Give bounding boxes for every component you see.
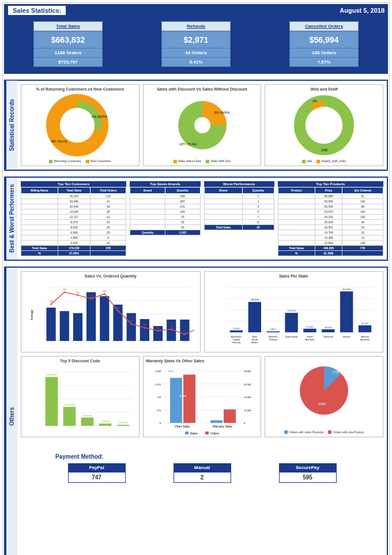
svg-rect-24 <box>140 319 149 341</box>
svg-point-48 <box>184 333 186 335</box>
svg-rect-79 <box>359 325 371 332</box>
donut-chart-2: 355 (24.8%) 1077 (75.2%) <box>165 93 240 157</box>
pie-chart-orders: 178 1254 <box>269 359 379 428</box>
svg-text:355 (24.8%): 355 (24.8%) <box>214 111 230 114</box>
svg-rect-91 <box>81 417 93 425</box>
svg-text:NewSouthWales: NewSouthWales <box>252 335 258 344</box>
svg-text:8,250.00: 8,250.00 <box>83 414 92 417</box>
svg-point-9 <box>306 107 342 144</box>
svg-text:178: 178 <box>333 370 339 374</box>
svg-rect-95 <box>116 425 129 426</box>
svg-text:47: 47 <box>170 325 173 328</box>
svg-text:170: 170 <box>89 294 93 297</box>
chart-returning-vs-new: % of Returning Customers vs New Customer… <box>21 84 140 166</box>
svg-text:53: 53 <box>143 324 146 327</box>
svg-text:SouthAustralia: SouthAustralia <box>306 335 315 341</box>
section-performers: Best & Worst Performers Top Ten Customer… <box>4 177 388 261</box>
bar-line-chart: 148196184170189122695341472750Average <box>27 280 194 350</box>
chart-web-draft: Web and Draft 151 1398 web shopify_draft… <box>265 84 383 166</box>
svg-text:1,000.00: 1,000.00 <box>119 421 128 424</box>
svg-rect-67 <box>285 313 298 332</box>
svg-text:AustralianCapitalTerritory: AustralianCapitalTerritory <box>231 335 242 344</box>
svg-text:587 (73.1%): 587 (73.1%) <box>51 140 67 143</box>
svg-text:37,500: 37,500 <box>244 382 251 385</box>
report-date: August 5, 2018 <box>340 7 385 14</box>
chart-warranty-vs-other: Warranty Sales Vs Other Sales 1,50050,00… <box>143 356 262 437</box>
chart-sales-vs-qty: Sales Vs. Ordered Quantity 1481961841701… <box>21 271 201 352</box>
svg-point-40 <box>130 322 132 324</box>
svg-point-5 <box>194 117 210 133</box>
svg-text:Queensland: Queensland <box>285 335 298 338</box>
table-top-brands: Top Seven Brands BrandQuantity3882872411… <box>130 181 200 256</box>
payment-securepay: SecurePay 595 <box>279 463 337 483</box>
svg-rect-64 <box>267 331 280 332</box>
svg-text:19,000.00: 19,000.00 <box>64 403 75 406</box>
svg-text:0: 0 <box>159 422 161 425</box>
table-worst-performance: Worst Performance BrandQuantity113578Tot… <box>204 181 274 256</box>
svg-rect-122 <box>205 432 209 434</box>
svg-text:1383: 1383 <box>168 370 174 373</box>
svg-text:251,865: 251,865 <box>342 288 351 291</box>
svg-text:46,369: 46,369 <box>179 395 187 397</box>
chart-discount-vs-no: Sales with Discount Vs Sales Without Dis… <box>143 84 262 166</box>
svg-text:69: 69 <box>130 320 133 322</box>
svg-text:Warranty Sales: Warranty Sales <box>213 425 232 428</box>
svg-text:1254: 1254 <box>318 402 326 406</box>
svg-text:1,500: 1,500 <box>154 370 161 373</box>
svg-text:11,947: 11,947 <box>233 327 240 329</box>
svg-text:27: 27 <box>183 330 186 333</box>
svg-point-30 <box>63 291 65 293</box>
svg-text:0: 0 <box>244 422 246 425</box>
stat-total-sales: Total Sales $663,832 1169 Orders $723,79… <box>33 21 103 67</box>
svg-text:22,264: 22,264 <box>307 325 314 328</box>
svg-text:2,200.00: 2,200.00 <box>101 420 110 423</box>
svg-rect-70 <box>304 328 316 332</box>
chart-sales-per-state: Sales Per State 11,947AustralianCapitalT… <box>204 271 384 352</box>
chart-orders-pie: 178 1254 Orders with many Products Order… <box>265 356 383 437</box>
top-stats-row: Total Sales $663,832 1169 Orders $723,79… <box>4 17 388 74</box>
svg-rect-19 <box>73 313 82 340</box>
svg-text:750: 750 <box>157 396 161 399</box>
svg-point-28 <box>50 303 52 305</box>
table-top-products: Top Ten Products ProductPriceQty Ordered… <box>278 181 383 256</box>
svg-text:375: 375 <box>157 408 161 411</box>
section-others: Others Sales Vs. Ordered Quantity 148196… <box>4 267 388 555</box>
svg-text:Orders: Orders <box>210 432 220 434</box>
svg-point-44 <box>157 329 159 331</box>
svg-text:12,500: 12,500 <box>244 408 251 411</box>
svg-text:196: 196 <box>62 288 66 291</box>
svg-rect-58 <box>230 330 243 332</box>
stat-refunds: Refunds $2,971 44 Orders 0.41% <box>161 21 231 67</box>
svg-text:41: 41 <box>157 327 160 329</box>
payment-paypal: PayPal 747 <box>68 463 126 483</box>
svg-text:WesternAustralia: WesternAustralia <box>361 335 370 341</box>
section-statistical: Statistical Records % of Returning Custo… <box>4 80 388 171</box>
svg-text:122: 122 <box>116 306 120 309</box>
svg-rect-89 <box>63 407 76 426</box>
chart-top5-discount: Top 5 Discount Code 48,900.0019,000.008,… <box>21 356 140 437</box>
svg-text:Sales: Sales <box>190 432 198 434</box>
svg-text:42,947: 42,947 <box>361 322 369 325</box>
bar-chart-state: 11,947AustralianCapitalTerritory186,838N… <box>210 280 377 350</box>
svg-text:5,812: 5,812 <box>270 328 277 331</box>
svg-text:Tasmania: Tasmania <box>323 335 334 338</box>
svg-text:148: 148 <box>49 300 53 303</box>
svg-text:119,573: 119,573 <box>288 309 296 312</box>
svg-rect-115 <box>210 420 223 423</box>
svg-text:189: 189 <box>103 290 107 292</box>
table-top-customers: Top Ten Customers Billing NameTotal Sale… <box>21 181 126 256</box>
svg-rect-112 <box>170 378 182 423</box>
svg-rect-113 <box>183 374 195 423</box>
svg-rect-87 <box>45 377 58 426</box>
svg-point-1 <box>60 108 95 142</box>
svg-point-46 <box>170 328 172 330</box>
svg-rect-120 <box>185 432 189 434</box>
svg-point-36 <box>104 293 105 295</box>
section-label-performers: Best & Worst Performers <box>5 178 17 260</box>
svg-rect-61 <box>248 302 261 332</box>
svg-rect-73 <box>322 329 334 332</box>
donut-chart-3: 151 1398 <box>287 93 361 157</box>
svg-text:Average: Average <box>30 309 33 320</box>
payment-manual: Manual 2 <box>174 463 231 483</box>
svg-rect-93 <box>99 423 111 426</box>
